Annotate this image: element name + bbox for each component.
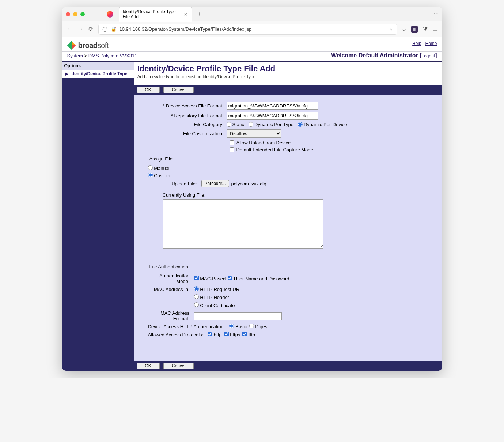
sidebar-heading: Options: (62, 62, 134, 70)
sidebar-item-profile-type[interactable]: ▶ Identity/Device Profile Type (62, 70, 134, 78)
default-extended-label: Default Extended File Capture Mode (236, 147, 313, 152)
mac-in-label: MAC Address In: (148, 287, 192, 292)
forward-icon: → (77, 26, 83, 33)
file-auth-fieldset: File Authentication Authentication Mode:… (143, 264, 433, 345)
new-tab-button[interactable]: ＋ (196, 10, 202, 18)
currently-using-textarea[interactable] (163, 199, 323, 249)
welcome-text: Welcome Default Administrator [Logout] (331, 52, 437, 59)
allow-upload-checkbox[interactable] (230, 140, 234, 145)
customization-select[interactable]: Disallow (227, 129, 281, 138)
proto-https[interactable]: https (224, 332, 240, 337)
ok-button-bottom[interactable]: OK (137, 363, 160, 369)
mac-in-cert[interactable]: Client Certificate (194, 302, 235, 308)
url-toolbar: ← → ⟳ ◯ 🔒̸ 10.94.168.32/Operator/System/… (62, 21, 442, 37)
mac-in-uri[interactable]: HTTP Request URI (194, 286, 241, 292)
rff-input[interactable] (227, 112, 318, 120)
assign-file-fieldset: Assign File Manual Custom Upload File: P… (143, 156, 433, 255)
header-links: Help - Home (412, 41, 437, 46)
form-area: * Device Access File Format: * Repositor… (134, 95, 442, 354)
breadcrumb-bar: System > DMS Polycom VVX311 Welcome Defa… (62, 51, 442, 62)
breadcrumb-device[interactable]: DMS Polycom VVX311 (88, 53, 137, 58)
auth-mac-based[interactable]: MAC-Based (194, 276, 226, 282)
sidebar-item-label[interactable]: Identity/Device Profile Type (71, 71, 128, 76)
upload-filename: polycom_vvx.cfg (231, 181, 266, 186)
proto-tftp[interactable]: tftp (242, 332, 255, 337)
proto-http[interactable]: http (208, 332, 221, 337)
shield-icon[interactable]: ◯ (102, 26, 108, 32)
browse-button[interactable]: Parcourir... (201, 180, 229, 187)
auth-legend: File Authentication (148, 264, 190, 269)
breadcrumb-system[interactable]: System (67, 53, 83, 58)
daff-input[interactable] (227, 102, 318, 110)
menu-icon[interactable]: ☰ (433, 26, 438, 33)
breadcrumb: System > DMS Polycom VVX311 (67, 53, 137, 58)
default-extended-checkbox[interactable] (230, 147, 234, 152)
daff-label: * Device Access File Format: (143, 103, 227, 109)
mac-in-header[interactable]: HTTP Header (194, 294, 230, 300)
ok-button[interactable]: OK (137, 87, 160, 93)
qr-icon[interactable]: ▦ (411, 26, 418, 33)
http-auth-digest[interactable]: Digest (249, 324, 269, 329)
assign-custom[interactable]: Custom (148, 173, 170, 178)
http-auth-basic[interactable]: Basic (229, 324, 247, 329)
address-bar[interactable]: ◯ 🔒̸ 10.94.168.32/Operator/System/Device… (98, 24, 397, 35)
logout-link[interactable]: Logout (421, 53, 435, 58)
close-tab-icon[interactable]: ✕ (184, 12, 188, 17)
page-content: broadsoft Help - Home System > DMS Polyc… (62, 37, 442, 371)
allow-upload-label: Allow Upload from Device (236, 140, 291, 146)
customization-label: File Customization: (143, 131, 227, 136)
page-header: broadsoft Help - Home (62, 37, 442, 51)
home-link[interactable]: Home (425, 41, 437, 46)
cancel-button[interactable]: Cancel (163, 87, 194, 93)
window-controls (66, 12, 85, 16)
category-radios: Static Dynamic Per-Type Dynamic Per-Devi… (227, 122, 350, 127)
browser-window: Identity/Device Profile Type File Add ✕ … (62, 7, 442, 371)
url-text: 10.94.168.32/Operator/System/DeviceType/… (120, 26, 252, 32)
category-per-device[interactable]: Dynamic Per-Device (298, 122, 347, 127)
proto-label: Allowed Access Protocols: (148, 332, 206, 337)
button-bar-bottom: OK Cancel (134, 361, 442, 371)
assign-legend: Assign File (148, 156, 174, 162)
browser-tab[interactable]: Identity/Device Profile Type File Add ✕ (119, 7, 192, 22)
category-static[interactable]: Static (227, 122, 245, 127)
main-panel: Identity/Device Profile Type File Add Ad… (134, 62, 442, 371)
insecure-lock-icon[interactable]: 🔒̸ (111, 26, 117, 32)
currently-using-label: Currently Using File: (163, 192, 428, 198)
sidebar: Options: ▶ Identity/Device Profile Type (62, 62, 134, 371)
mac-format-label: MAC Address Format: (148, 310, 192, 321)
reload-icon[interactable]: ⟳ (88, 26, 93, 33)
auth-mode-label: Authentication Mode: (148, 273, 192, 284)
extensions-icon[interactable]: ⧩ (423, 26, 428, 33)
minimize-window-icon[interactable] (73, 12, 77, 16)
bookmark-star-icon[interactable]: ☆ (389, 26, 393, 32)
page-title: Identity/Device Profile Type File Add (137, 64, 439, 73)
brand-logo: broadsoft (67, 41, 109, 50)
tabs-overflow-icon[interactable]: ﹀ (433, 11, 439, 18)
category-per-type[interactable]: Dynamic Per-Type (249, 122, 293, 127)
titlebar: Identity/Device Profile Type File Add ✕ … (62, 7, 442, 21)
sidebar-marker-icon: ▶ (65, 71, 68, 76)
upload-file-label: Upload File: (170, 181, 199, 186)
back-icon[interactable]: ← (67, 26, 72, 33)
help-link[interactable]: Help (412, 41, 421, 46)
brand-mark-icon (67, 41, 76, 50)
firefox-icon (107, 11, 113, 18)
maximize-window-icon[interactable] (80, 12, 85, 16)
brand-text: broadsoft (78, 41, 109, 50)
page-subtitle: Add a new file type to an existing Ident… (137, 74, 439, 79)
pocket-icon[interactable]: ⌵ (402, 26, 406, 33)
assign-manual[interactable]: Manual (148, 165, 170, 171)
tab-title: Identity/Device Profile Type File Add (123, 9, 181, 19)
cancel-button-bottom[interactable]: Cancel (163, 363, 194, 369)
auth-user-pass[interactable]: User Name and Password (228, 276, 289, 282)
category-label: File Category: (143, 122, 227, 127)
button-bar-top: OK Cancel (134, 85, 442, 95)
close-window-icon[interactable] (66, 12, 70, 16)
mac-format-input[interactable] (194, 312, 282, 320)
rff-label: * Repository File Format: (143, 113, 227, 118)
http-auth-label: Device Access HTTP Authentication: (148, 324, 227, 329)
